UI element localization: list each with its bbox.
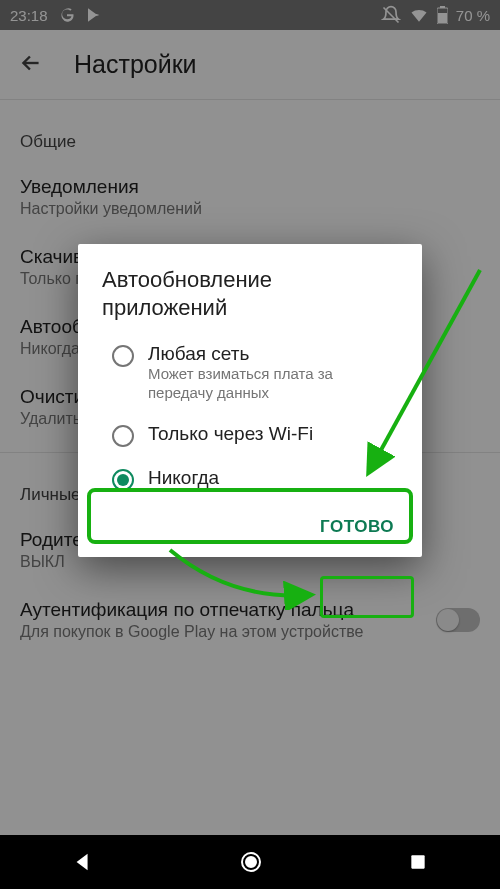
radio-option-wifi-only[interactable]: Только через Wi-Fi [78, 413, 422, 457]
radio-label: Любая сеть [148, 343, 398, 365]
radio-sub: Может взиматься плата за передачу данных [148, 365, 398, 403]
radio-checked-icon [112, 469, 134, 491]
radio-option-never[interactable]: Никогда [78, 457, 422, 501]
svg-rect-6 [411, 855, 424, 868]
radio-label: Никогда [148, 467, 398, 489]
done-button[interactable]: ГОТОВО [306, 507, 408, 547]
svg-point-5 [246, 857, 256, 867]
nav-back-icon[interactable] [72, 851, 94, 873]
dialog-title: Автообновление приложений [78, 266, 422, 333]
navigation-bar [0, 835, 500, 889]
nav-recents-icon[interactable] [408, 852, 428, 872]
autoupdate-dialog: Автообновление приложений Любая сеть Мож… [78, 244, 422, 557]
radio-unchecked-icon [112, 345, 134, 367]
radio-option-any-network[interactable]: Любая сеть Может взиматься плата за пере… [78, 333, 422, 413]
radio-unchecked-icon [112, 425, 134, 447]
nav-home-icon[interactable] [239, 850, 263, 874]
radio-label: Только через Wi-Fi [148, 423, 398, 445]
